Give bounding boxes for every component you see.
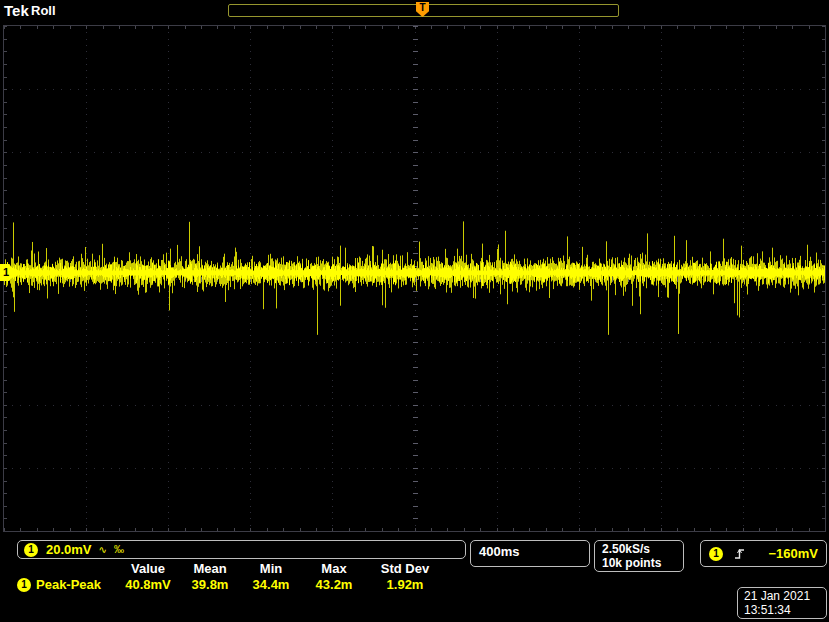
col-header-mean: Mean — [179, 561, 241, 576]
trigger-source-badge: 1 — [709, 547, 723, 561]
date-label: 21 Jan 2021 — [744, 589, 820, 603]
measurement-name: Peak-Peak — [36, 577, 101, 592]
graticule — [3, 25, 826, 532]
col-header-value: Value — [117, 561, 179, 576]
trigger-readout-box: 1 −160mV — [700, 540, 827, 567]
measurement-channel-badge: 1 — [17, 578, 31, 592]
measurement-stddev: 1.92m — [367, 577, 443, 592]
channel1-badge: 1 — [24, 543, 38, 557]
measurement-max: 43.2m — [301, 577, 367, 592]
bandwidth-icon: ‰ — [114, 544, 124, 555]
datetime-box: 21 Jan 2021 13:51:34 — [737, 587, 827, 619]
measurement-header-spacer — [17, 561, 117, 576]
col-header-stddev: Std Dev — [367, 561, 443, 576]
sample-rate: 2.50kS/s — [602, 542, 676, 556]
measurement-value: 40.8mV — [117, 577, 179, 592]
measurement-header-row: Value Mean Min Max Std Dev — [17, 561, 467, 576]
acquisition-readout-box: 2.50kS/s 10k points — [594, 540, 684, 572]
trigger-level: −160mV — [768, 546, 818, 561]
measurement-source: 1 Peak-Peak — [17, 577, 117, 592]
measurement-mean: 39.8m — [179, 577, 241, 592]
acquisition-mode-label: Roll — [31, 3, 56, 18]
oscilloscope-screen: { "header": { "logo": "Tek", "mode": "Ro… — [0, 0, 829, 622]
coupling-icon: ∿ — [99, 544, 107, 555]
waveform-canvas — [4, 26, 825, 531]
channel1-readout-box: 1 20.0mV ∿ ‰ — [17, 540, 466, 559]
measurement-row: 1 Peak-Peak 40.8mV 39.8m 34.4m 43.2m 1.9… — [17, 577, 467, 592]
rising-edge-icon — [733, 547, 746, 561]
channel1-scale: 20.0mV — [46, 542, 92, 557]
col-header-min: Min — [241, 561, 301, 576]
col-header-max: Max — [301, 561, 367, 576]
timebase-readout-box: 400ms — [470, 540, 590, 567]
time-label: 13:51:34 — [744, 603, 820, 617]
record-length: 10k points — [602, 556, 676, 570]
timebase-value: 400ms — [479, 544, 519, 559]
tek-logo: Tek — [4, 2, 29, 19]
measurement-min: 34.4m — [241, 577, 301, 592]
